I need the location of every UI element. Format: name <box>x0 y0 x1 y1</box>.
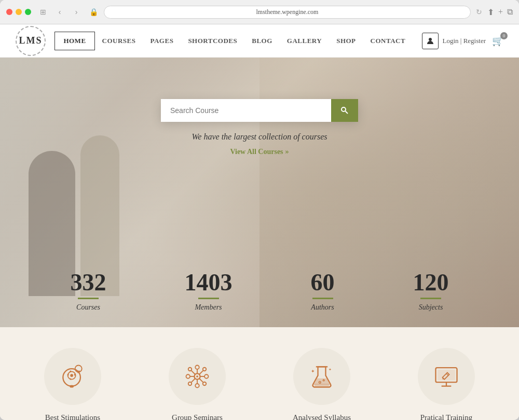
view-all-courses-link[interactable]: View All Courses » <box>230 148 289 156</box>
svg-point-0 <box>429 38 432 41</box>
svg-text:✦: ✦ <box>311 369 315 374</box>
nav-item-courses[interactable]: COURSES <box>95 24 143 58</box>
nav-item-pages[interactable]: PAGES <box>143 24 181 58</box>
flask-icon: ✦ ✦ <box>307 362 336 391</box>
window-controls <box>6 9 31 15</box>
new-tab-icon[interactable]: + <box>498 7 503 17</box>
svg-point-1 <box>342 107 346 111</box>
svg-point-25 <box>195 384 199 387</box>
svg-line-22 <box>192 379 195 382</box>
svg-rect-38 <box>438 370 455 381</box>
svg-rect-10 <box>70 385 73 388</box>
nav-right-section: Login | Register 🛒 0 <box>422 33 504 49</box>
browser-window: ⊞ ‹ › 🔒 lmstheme.wpengine.com ↻ ⬆ + ⧉ LM… <box>0 0 519 420</box>
nav-item-contact[interactable]: CONTACT <box>363 24 413 58</box>
stat-authors-number: 60 <box>311 271 335 295</box>
search-input[interactable] <box>161 99 331 122</box>
stat-subjects: 120 Subjects <box>413 271 449 312</box>
nav-item-shop[interactable]: SHOP <box>329 24 363 58</box>
svg-point-15 <box>196 375 198 377</box>
navbar: LMS HOME COURSES PAGES SHORTCODES BLOG G… <box>0 24 519 58</box>
stat-members: 1403 Members <box>185 271 233 312</box>
login-register-text[interactable]: Login | Register <box>443 37 486 45</box>
stat-members-number: 1403 <box>185 271 233 295</box>
pratical-training-icon-circle <box>418 348 475 405</box>
website-content: LMS HOME COURSES PAGES SHORTCODES BLOG G… <box>0 24 519 420</box>
stat-authors: 60 Authors <box>311 271 335 312</box>
stat-subjects-number: 120 <box>413 271 449 295</box>
maximize-button[interactable] <box>25 9 31 15</box>
forward-button[interactable]: › <box>70 5 83 19</box>
svg-rect-7 <box>74 374 76 375</box>
close-button[interactable] <box>6 9 12 15</box>
hero-section: We have the largest collection of course… <box>0 58 519 327</box>
monitor-icon <box>432 362 461 391</box>
site-logo[interactable]: LMS <box>16 26 46 56</box>
stat-courses-underline <box>78 298 99 299</box>
feature-analysed-syllabus[interactable]: ✦ ✦ Analysed Syllabus <box>270 348 374 420</box>
pratical-training-label: Pratical Training <box>420 413 472 420</box>
features-section: Best Stimulations <box>0 327 519 420</box>
nav-links: HOME COURSES PAGES SHORTCODES BLOG GALLE… <box>54 24 413 58</box>
stat-courses-number: 332 <box>71 271 106 295</box>
duplicate-icon[interactable]: ⧉ <box>507 7 513 17</box>
browser-chrome: ⊞ ‹ › 🔒 lmstheme.wpengine.com ↻ ⬆ + ⧉ <box>0 0 519 24</box>
cart-badge: 0 <box>500 32 508 39</box>
svg-line-20 <box>192 371 195 374</box>
register-link[interactable]: Register <box>463 37 486 45</box>
stat-members-label: Members <box>195 303 222 311</box>
view-all-arrow: » <box>285 148 289 156</box>
minimize-button[interactable] <box>16 9 22 15</box>
login-link[interactable]: Login <box>443 37 459 45</box>
stat-courses-label: Courses <box>76 303 100 311</box>
feature-best-stimulations[interactable]: Best Stimulations <box>21 348 125 420</box>
hero-tagline: We have the largest collection of course… <box>192 132 327 142</box>
svg-point-30 <box>188 382 192 386</box>
group-seminars-icon-circle <box>169 348 226 405</box>
hero-content: We have the largest collection of course… <box>0 58 519 156</box>
login-register-separator: | <box>460 37 462 45</box>
svg-point-27 <box>204 374 208 378</box>
address-bar[interactable]: lmstheme.wpengine.com <box>104 6 471 19</box>
stat-authors-underline <box>312 298 333 299</box>
svg-text:✦: ✦ <box>329 367 332 372</box>
svg-line-23 <box>199 379 203 382</box>
stat-subjects-underline <box>420 298 441 299</box>
user-icon[interactable] <box>422 33 439 49</box>
feature-pratical-training[interactable]: Pratical Training <box>394 348 498 420</box>
svg-point-24 <box>195 366 199 369</box>
nav-item-gallery[interactable]: GALLERY <box>280 24 329 58</box>
svg-point-5 <box>70 374 73 377</box>
svg-rect-6 <box>70 371 71 372</box>
back-button[interactable]: ‹ <box>53 5 66 19</box>
group-seminars-label: Group Seminars <box>172 413 223 420</box>
share-icon[interactable]: ⬆ <box>487 7 494 17</box>
svg-point-31 <box>203 382 207 386</box>
nav-item-shortcodes[interactable]: SHORTCODES <box>181 24 244 58</box>
browser-action-buttons: ⬆ + ⧉ <box>487 7 513 17</box>
url-text: lmstheme.wpengine.com <box>256 8 318 16</box>
tab-grid-button[interactable]: ⊞ <box>36 5 50 19</box>
stat-subjects-label: Subjects <box>419 303 443 311</box>
search-button[interactable] <box>331 99 358 122</box>
svg-point-29 <box>203 368 207 371</box>
best-stimulations-label: Best Stimulations <box>45 413 100 420</box>
security-icon: 🔒 <box>88 7 99 17</box>
nav-buttons: ⊞ ‹ › <box>36 5 83 19</box>
cart-icon[interactable]: 🛒 0 <box>492 35 503 47</box>
stats-bar: 332 Courses 1403 Members 60 Authors 120 <box>0 255 519 327</box>
brain-icon <box>58 362 87 391</box>
nav-item-home[interactable]: HOME <box>54 32 94 50</box>
analysed-syllabus-label: Analysed Syllabus <box>293 413 351 420</box>
svg-point-28 <box>188 368 192 371</box>
feature-group-seminars[interactable]: Group Seminars <box>145 348 249 420</box>
search-box <box>161 99 358 122</box>
nav-item-blog[interactable]: BLOG <box>244 24 280 58</box>
svg-line-2 <box>346 111 348 114</box>
svg-point-26 <box>186 374 190 378</box>
analysed-syllabus-icon-circle: ✦ ✦ <box>293 348 350 405</box>
stat-courses: 332 Courses <box>71 271 106 312</box>
network-icon <box>183 362 212 391</box>
svg-rect-8 <box>70 379 71 380</box>
refresh-button[interactable]: ↻ <box>476 8 482 17</box>
